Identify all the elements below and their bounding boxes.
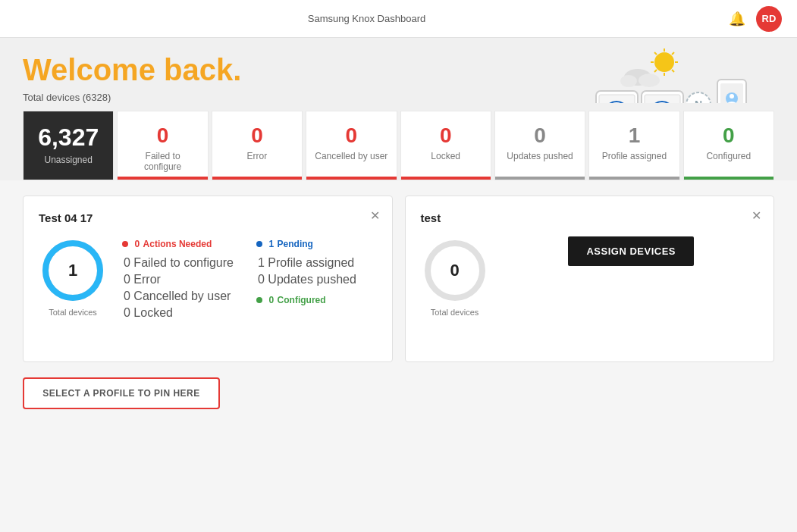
stat-card-updates[interactable]: 0 Updates pushed <box>494 111 585 180</box>
donut-label-1: Total devices <box>49 308 97 317</box>
assign-devices-button[interactable]: ASSIGN DEVICES <box>568 236 694 266</box>
stat-label-locked: Locked <box>409 151 483 169</box>
stat-number-unassigned: 6,327 <box>31 124 105 152</box>
stat-number-cancelled: 0 <box>314 124 388 148</box>
dot-blue-1 <box>256 241 262 247</box>
stat-label-updates: Updates pushed <box>503 151 577 169</box>
stat-bar-cancelled <box>306 177 396 180</box>
stat-number-error: 0 <box>220 124 294 148</box>
pending-count: 1 <box>268 239 274 249</box>
stat-profile-assigned-1: 1 Profile assigned <box>256 256 356 270</box>
stat-number-profile: 1 <box>597 124 671 148</box>
donut-container-2: 0 Total devices <box>421 236 489 317</box>
configured-label-1: Configured <box>278 295 326 305</box>
stat-locked-1: 0 Locked <box>122 306 234 320</box>
stat-card-locked[interactable]: 0 Locked <box>400 111 491 180</box>
svg-point-25 <box>730 94 734 99</box>
donut-wrapper-1: 1 <box>39 236 107 305</box>
dot-red-1 <box>122 241 128 247</box>
welcome-section: Welcome back. <box>0 38 797 103</box>
donut-total-1: 1 <box>68 261 77 280</box>
svg-line-7 <box>672 52 674 55</box>
stat-label-cancelled: Cancelled by user <box>314 151 388 169</box>
donut-center-2: 0 <box>450 261 459 280</box>
stat-card-configured[interactable]: 0 Configured <box>683 111 774 180</box>
stat-error-1: 0 Error <box>122 273 234 286</box>
stat-card-error[interactable]: 0 Error <box>212 111 303 180</box>
profile-card-1-close[interactable]: ✕ <box>370 208 380 223</box>
stat-card-profile[interactable]: 1 Profile assigned <box>588 111 679 180</box>
card-body-2: 0 Total devices ASSIGN DEVICES <box>421 236 759 317</box>
stat-updates-pushed-1: 0 Updates pushed <box>256 273 356 286</box>
avatar[interactable]: RD <box>756 6 782 32</box>
stat-bar-profile <box>589 177 679 180</box>
stat-card-unassigned[interactable]: 6,327 Unassigned <box>23 111 114 180</box>
stat-label-configured: Configured <box>692 151 766 169</box>
pin-section: SELECT A PROFILE TO PIN HERE <box>0 377 797 424</box>
assign-container: ASSIGN DEVICES <box>504 236 759 266</box>
stat-number-configured: 0 <box>692 124 766 148</box>
profile-card-1: Test 04 17 ✕ 1 Total devices <box>23 196 393 362</box>
stat-card-failed[interactable]: 0 Failed to configure <box>117 111 208 180</box>
donut-label-2: Total devices <box>431 308 479 317</box>
stat-cancelled-1: 0 Cancelled by user <box>122 289 234 303</box>
stats-col-right: 1 Pending 1 Profile assigned 0 Updates p… <box>256 236 356 323</box>
dot-green-1 <box>256 297 262 303</box>
header: Samsung Knox Dashboard 🔔 RD <box>0 0 797 38</box>
stat-bar-failed <box>118 177 207 180</box>
profile-card-2-title: test <box>421 211 759 224</box>
stats-col-left: 0 Actions Needed 0 Failed to configure 0… <box>122 236 234 323</box>
svg-point-10 <box>639 74 660 87</box>
pending-label: Pending <box>278 239 313 249</box>
donut-total-2: 0 <box>450 261 459 280</box>
svg-point-0 <box>655 53 673 71</box>
stat-bar-configured <box>684 177 773 180</box>
configured-count-1: 0 <box>268 295 274 305</box>
profile-card-2: test ✕ 0 Total devices ASSIGN DEVICES <box>405 196 775 362</box>
pin-button-label: SELECT A PROFILE TO PIN HERE <box>42 388 200 399</box>
bell-icon[interactable]: 🔔 <box>729 11 745 27</box>
card-body-1: 1 Total devices 0 Actions Needed 0 Faile… <box>39 236 377 323</box>
actions-needed-count: 0 <box>134 239 140 249</box>
profile-card-1-title: Test 04 17 <box>39 211 377 224</box>
stat-bar-updates <box>495 177 585 180</box>
donut-center-1: 1 <box>68 261 77 280</box>
header-title: Samsung Knox Dashboard <box>308 13 425 24</box>
pin-card[interactable]: SELECT A PROFILE TO PIN HERE <box>23 377 220 409</box>
actions-needed-label: Actions Needed <box>143 239 212 249</box>
stat-failed-1: 0 Failed to configure <box>122 256 234 270</box>
svg-line-6 <box>672 70 674 72</box>
stat-card-cancelled[interactable]: 0 Cancelled by user <box>306 111 397 180</box>
stat-label-error: Error <box>220 151 294 169</box>
stat-number-updates: 0 <box>503 124 577 148</box>
donut-wrapper-2: 0 <box>421 236 489 305</box>
stat-label-failed: Failed to configure <box>125 151 199 180</box>
stat-bar-locked <box>401 177 491 180</box>
stat-label-unassigned: Unassigned <box>31 155 105 173</box>
stat-number-failed: 0 <box>125 124 199 148</box>
svg-text:N: N <box>695 99 702 103</box>
stats-row: 6,327 Unassigned 0 Failed to configure 0… <box>0 103 797 180</box>
illustration: N 4 <box>479 45 752 103</box>
svg-line-5 <box>654 52 657 55</box>
svg-point-11 <box>620 75 637 87</box>
stats-cols-1: 0 Actions Needed 0 Failed to configure 0… <box>122 236 356 323</box>
stat-label-profile: Profile assigned <box>597 151 671 169</box>
profile-card-2-close[interactable]: ✕ <box>752 208 761 223</box>
stat-bar-error <box>212 177 302 180</box>
main-content: Test 04 17 ✕ 1 Total devices <box>0 180 797 377</box>
stat-number-locked: 0 <box>409 124 483 148</box>
svg-line-8 <box>654 70 657 72</box>
donut-container-1: 1 Total devices <box>39 236 107 317</box>
